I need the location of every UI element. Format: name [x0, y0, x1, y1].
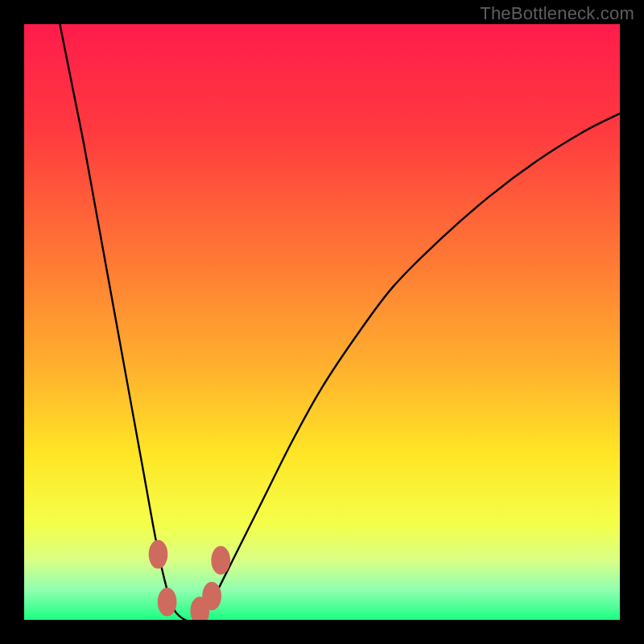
curve-marker: [211, 546, 230, 575]
gradient-background: [24, 24, 620, 620]
curve-marker: [149, 540, 168, 569]
chart-frame: TheBottleneck.com: [0, 0, 644, 644]
watermark-text: TheBottleneck.com: [480, 3, 634, 24]
plot-area: [24, 24, 620, 620]
curve-marker: [202, 582, 221, 611]
bottleneck-chart: [24, 24, 620, 620]
curve-marker: [158, 588, 177, 617]
